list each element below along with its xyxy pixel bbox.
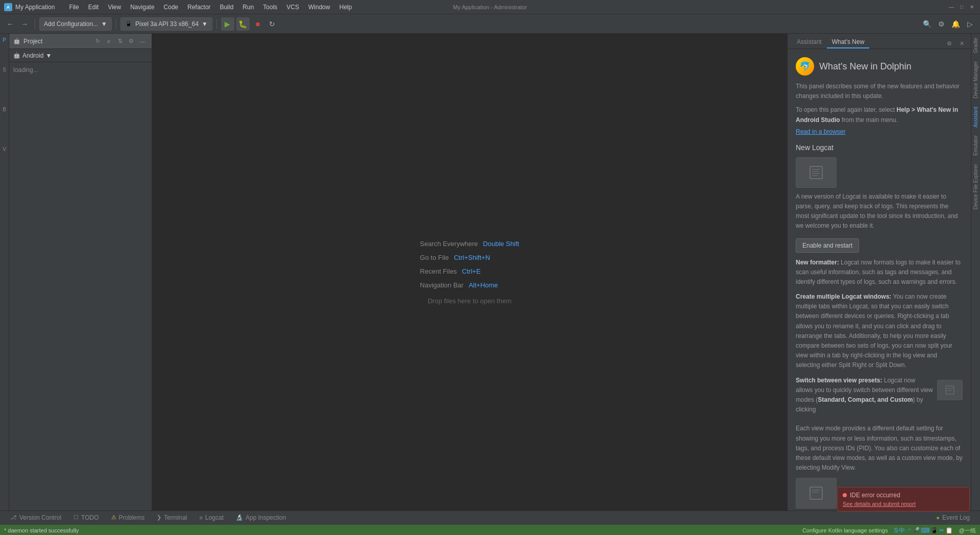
ime-scissors[interactable]: ✂ bbox=[939, 527, 944, 534]
gradle-label[interactable]: Gradle bbox=[972, 34, 979, 57]
bottom-tabs: ⎇ Version Control ☐ TODO ⚠ Problems ❯ Te… bbox=[0, 510, 980, 525]
loading-text: loading... bbox=[13, 66, 38, 74]
whats-new-header: 🐬 What's New in Dolphin bbox=[796, 57, 963, 76]
project-settings-button[interactable]: ⚙ bbox=[126, 36, 136, 46]
right-panel-settings-button[interactable]: ⚙ bbox=[944, 38, 954, 48]
navigation-bar-key: Alt+Home bbox=[469, 281, 498, 289]
read-in-browser-link[interactable]: Read in a browser bbox=[796, 127, 963, 136]
emulator-label[interactable]: Emulator bbox=[972, 131, 979, 160]
ime-s[interactable]: S bbox=[894, 527, 898, 534]
close-button[interactable]: ✕ bbox=[968, 3, 976, 11]
ime-keyboard[interactable]: ⌨ bbox=[921, 527, 929, 534]
menu-item-view[interactable]: View bbox=[104, 3, 125, 12]
enable-restart-button[interactable]: Enable and restart bbox=[796, 238, 859, 253]
app-inspection-label: App Inspection bbox=[246, 514, 286, 521]
right-panel-close-button[interactable]: ✕ bbox=[957, 38, 967, 48]
list-view-button[interactable]: ≡ bbox=[104, 36, 114, 46]
status-bar: * daemon started successfully Configure … bbox=[0, 525, 980, 535]
menu-item-window[interactable]: Window bbox=[304, 3, 334, 12]
menu-item-vcs[interactable]: VCS bbox=[282, 3, 303, 12]
configure-kotlin-link[interactable]: Configure Kotlin language settings bbox=[802, 527, 888, 533]
app-logo-text: A bbox=[7, 5, 10, 10]
notifications-button[interactable]: 🔔 bbox=[949, 18, 962, 30]
tab-assistant[interactable]: Assistant bbox=[792, 36, 827, 48]
error-toast: IDE error occurred See details and submi… bbox=[837, 487, 970, 512]
ime-paste[interactable]: 📋 bbox=[945, 527, 953, 534]
ime-phone[interactable]: 📱 bbox=[930, 527, 938, 534]
menu-item-navigate[interactable]: Navigate bbox=[126, 3, 158, 12]
device-manager-label[interactable]: Device Manager bbox=[972, 57, 979, 103]
problems-label: Problems bbox=[119, 514, 145, 521]
multi-window-desc-text: You can now create multiple tabs within … bbox=[796, 293, 952, 369]
toolbar-separator bbox=[35, 19, 35, 29]
logcat-tab[interactable]: ≡ Logcat bbox=[193, 511, 230, 525]
stop-button[interactable]: ■ bbox=[252, 18, 264, 30]
project-panel: 🤖 Project ↻ ≡ ⇅ ⚙ — 🤖 Android ▼ loading.… bbox=[9, 34, 152, 510]
project-content: loading... bbox=[9, 62, 152, 510]
menu-item-code[interactable]: Code bbox=[160, 3, 183, 12]
toolbar-separator-3 bbox=[216, 19, 217, 29]
search-everywhere-shortcut: Search Everywhere Double Shift bbox=[420, 240, 519, 248]
debug-button[interactable]: 🐛 bbox=[236, 17, 250, 31]
multi-window-desc: Create multiple Logcat windows: You can … bbox=[796, 292, 963, 371]
menu-item-build[interactable]: Build bbox=[216, 3, 238, 12]
run-button[interactable]: ▶ bbox=[221, 17, 234, 31]
tab-whats-new[interactable]: What's New bbox=[827, 36, 870, 48]
collapse-project-button[interactable]: — bbox=[137, 36, 148, 46]
title-bar: A My Application FileEditViewNavigateCod… bbox=[0, 0, 980, 14]
device-dropdown[interactable]: 📱 Pixel 3a API 33 x86_64 ▼ bbox=[120, 17, 212, 31]
navigation-bar-label: Navigation Bar bbox=[420, 281, 463, 289]
ime-zh[interactable]: 中 bbox=[899, 526, 905, 535]
structure-sidebar-icon[interactable]: S bbox=[1, 65, 9, 74]
forward-button[interactable]: → bbox=[18, 18, 31, 30]
sort-button[interactable]: ⇅ bbox=[115, 36, 125, 46]
ime-mic[interactable]: 🎤 bbox=[912, 527, 920, 534]
view-presets-image2 bbox=[796, 478, 837, 508]
ime-layout[interactable]: @一纸 bbox=[959, 527, 976, 534]
window-title: My Application - Administrator bbox=[453, 4, 527, 10]
menu-item-help[interactable]: Help bbox=[335, 3, 356, 12]
device-file-explorer-label[interactable]: Device File Explorer bbox=[972, 160, 979, 213]
right-panel-content: 🐬 What's New in Dolphin This panel descr… bbox=[788, 49, 971, 510]
search-everywhere-label: Search Everywhere bbox=[420, 240, 478, 248]
event-log-tab[interactable]: ● Event Log bbox=[930, 511, 976, 525]
add-configuration-dropdown[interactable]: Add Configuration... ▼ bbox=[39, 17, 112, 31]
minimize-button[interactable]: — bbox=[947, 3, 955, 11]
search-everywhere-button[interactable]: 🔍 bbox=[921, 18, 933, 30]
editor-area[interactable]: Search Everywhere Double Shift Go to Fil… bbox=[152, 34, 787, 510]
menu-item-file[interactable]: File bbox=[65, 3, 83, 12]
logcat-label: Logcat bbox=[205, 514, 224, 521]
menu-item-tools[interactable]: Tools bbox=[259, 3, 281, 12]
run-manager-button[interactable]: ▷ bbox=[964, 18, 976, 30]
main-layout: P S B V 🤖 Project ↻ ≡ ⇅ ⚙ — 🤖 Android ▼ … bbox=[0, 34, 980, 510]
terminal-tab[interactable]: ❯ Terminal bbox=[151, 511, 193, 525]
refresh-project-button[interactable]: ↻ bbox=[92, 36, 103, 46]
maximize-button[interactable]: □ bbox=[958, 3, 966, 11]
app-title: My Application bbox=[15, 4, 55, 11]
new-logcat-section: New Logcat A new version of Logcat is av… bbox=[796, 142, 963, 510]
version-control-tab[interactable]: ⎇ Version Control bbox=[4, 511, 67, 525]
sync-button[interactable]: ↻ bbox=[266, 18, 278, 30]
android-dropdown[interactable]: 🤖 Android ▼ bbox=[9, 49, 152, 62]
ime-dot[interactable]: ·⁺ bbox=[906, 527, 911, 534]
todo-tab[interactable]: ☐ TODO bbox=[67, 511, 105, 525]
wn-open-info: To open this panel again later, select H… bbox=[796, 105, 963, 125]
dolphin-logo: 🐬 bbox=[796, 57, 814, 76]
back-button[interactable]: ← bbox=[4, 18, 16, 30]
bookmarks-sidebar-icon[interactable]: B bbox=[1, 105, 9, 113]
assistant-label[interactable]: Assistant bbox=[972, 103, 979, 132]
menu-item-run[interactable]: Run bbox=[238, 3, 258, 12]
settings-button[interactable]: ⚙ bbox=[935, 18, 947, 30]
menu-item-edit[interactable]: Edit bbox=[84, 3, 103, 12]
app-inspection-tab[interactable]: 🔬 App Inspection bbox=[230, 511, 292, 525]
event-log-icon: ● bbox=[936, 515, 940, 521]
new-logcat-title: New Logcat bbox=[796, 142, 963, 153]
editor-shortcuts: Search Everywhere Double Shift Go to Fil… bbox=[420, 240, 519, 289]
svg-rect-0 bbox=[810, 166, 822, 179]
problems-tab[interactable]: ⚠ Problems bbox=[105, 511, 151, 525]
menu-item-refactor[interactable]: Refactor bbox=[183, 3, 214, 12]
project-title: Project bbox=[23, 38, 42, 45]
project-sidebar-icon[interactable]: P bbox=[1, 36, 9, 44]
error-details-link[interactable]: See details and submit report bbox=[843, 501, 916, 507]
build-variants-sidebar-icon[interactable]: V bbox=[1, 145, 9, 153]
